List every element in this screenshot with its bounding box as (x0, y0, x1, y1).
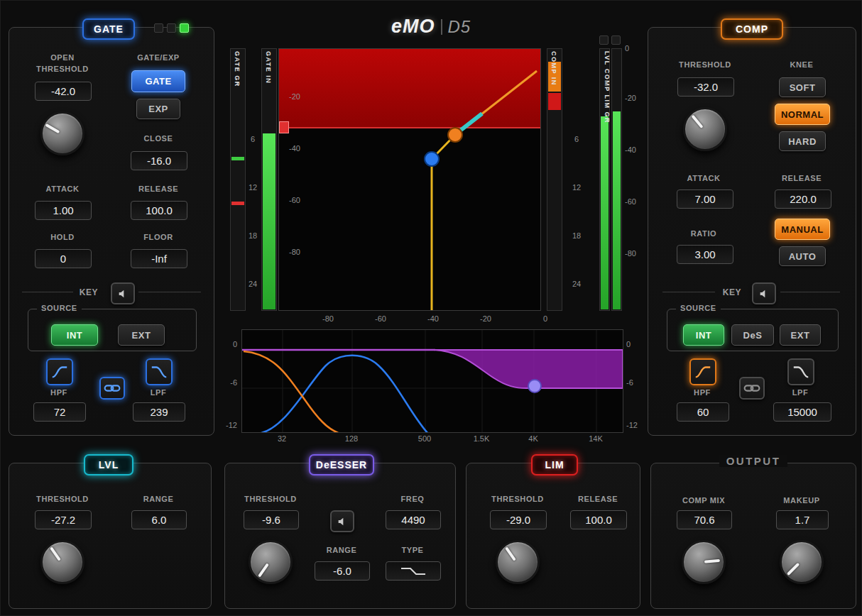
gate-threshold-knob[interactable] (40, 111, 84, 155)
gate-attack-value[interactable]: 1.00 (35, 201, 92, 220)
gate-threshold-node[interactable] (425, 152, 439, 166)
divider (22, 292, 73, 292)
comp-hpf-value[interactable]: 60 (677, 402, 729, 422)
deesser-threshold-knob[interactable] (249, 540, 293, 584)
output-meter-right-fill (613, 111, 621, 309)
deesser-threshold-label: THRESHOLD (228, 495, 313, 503)
deesser-freq-value[interactable]: 4490 (386, 510, 441, 529)
comp-source-ext-button[interactable]: EXT (780, 324, 821, 346)
comp-key-listen-button[interactable] (752, 282, 776, 304)
comp-release-value[interactable]: 220.0 (775, 189, 831, 209)
comp-mix-knob[interactable] (682, 540, 726, 584)
comp-key-label: KEY (718, 287, 746, 297)
speaker-icon (337, 516, 348, 527)
comp-hpf-button[interactable] (689, 358, 716, 385)
graph-x-tick: -20 (473, 314, 498, 323)
hpf-icon (50, 363, 69, 381)
comp-threshold-value[interactable]: -32.0 (677, 77, 734, 97)
gate-hold-label: HOLD (20, 233, 105, 241)
lim-threshold-knob[interactable] (496, 540, 540, 584)
gate-attack-label: ATTACK (20, 185, 105, 193)
deesser-threshold-value[interactable]: -9.6 (244, 510, 299, 529)
lim-section-badge[interactable]: LIM (531, 454, 578, 475)
eq-x-tick: 500 (410, 434, 439, 443)
gr-scale-tick: 18 (246, 231, 260, 240)
lvl-threshold-knob[interactable] (40, 540, 84, 584)
gate-lpf-button[interactable] (146, 358, 173, 385)
comp-lpf-button[interactable] (787, 358, 814, 385)
gr-scale-tick: 12 (246, 183, 260, 192)
makeup-value[interactable]: 1.7 (776, 510, 829, 529)
gate-hold-value[interactable]: 0 (35, 249, 92, 268)
comp-source-int-button[interactable]: INT (683, 324, 724, 346)
eq-y-tick: -6 (626, 378, 649, 387)
gate-hpf-button[interactable] (46, 358, 73, 385)
comp-source-label: SOURCE (676, 304, 721, 312)
eq-y-tick: -12 (214, 421, 237, 429)
deesser-section-badge[interactable]: DeESSER (309, 454, 374, 475)
gate-source-ext-button[interactable]: EXT (118, 324, 165, 346)
deesser-freq-node[interactable] (528, 380, 541, 392)
gate-hpf-value[interactable]: 72 (33, 402, 86, 422)
output-title-text: OUTPUT (719, 455, 788, 467)
comp-knee-soft-button[interactable]: SOFT (779, 77, 826, 97)
divider (138, 292, 201, 292)
deesser-type-label: TYPE (370, 546, 455, 554)
lvl-range-value[interactable]: 6.0 (131, 510, 187, 529)
lim-release-value[interactable]: 100.0 (570, 510, 627, 529)
gate-open-marker (231, 157, 244, 160)
gate-mode-exp-button[interactable]: EXP (136, 99, 180, 119)
gate-release-value[interactable]: 100.0 (131, 201, 187, 220)
comp-source-des-button[interactable]: DeS (731, 324, 774, 346)
gate-mode-gate-button[interactable]: GATE (131, 70, 185, 92)
comp-attack-value[interactable]: 7.00 (677, 189, 733, 209)
lvl-threshold-value[interactable]: -27.2 (35, 510, 92, 529)
comp-panel: COMP THRESHOLD -32.0 KNEE SOFT NORMAL HA… (648, 27, 856, 436)
dynamics-transfer-graph[interactable]: -20 -40 -60 -80 (278, 48, 541, 311)
link-icon (743, 382, 761, 395)
db-scale-tick: -20 (625, 94, 649, 102)
emo-d5-plugin-window: eMOD5 GATE OPEN THRESHOLD -42.0 GATE/EXP… (0, 0, 862, 616)
gate-source-group: SOURCE INT EXT (28, 309, 197, 351)
gr-scale-tick: 6 (568, 135, 585, 143)
lvl-section-badge[interactable]: LVL (84, 454, 133, 475)
gate-section-badge[interactable]: GATE (82, 18, 135, 40)
gate-filter-link-button[interactable] (99, 377, 125, 400)
gate-source-int-button[interactable]: INT (51, 324, 98, 346)
comp-section-badge[interactable]: COMP (721, 18, 783, 40)
comp-release-auto-button[interactable]: AUTO (779, 246, 826, 266)
gate-close-value[interactable]: -16.0 (131, 151, 187, 170)
gate-floor-value[interactable]: -Inf (131, 249, 187, 268)
gate-floor-label: FLOOR (116, 233, 201, 241)
divider (662, 292, 715, 292)
comp-knee-normal-button[interactable]: NORMAL (775, 104, 830, 125)
gate-mode-label: GATE/EXP (116, 53, 201, 62)
gate-hpf-label: HPF (31, 388, 87, 397)
comp-filter-link-button[interactable] (739, 377, 765, 400)
gr-scale-tick: 24 (246, 280, 260, 288)
makeup-knob[interactable] (780, 540, 824, 584)
speaker-icon (117, 288, 129, 299)
filter-frequency-graph[interactable] (241, 329, 623, 433)
deesser-listen-button[interactable] (330, 510, 354, 532)
deesser-panel: DeESSER THRESHOLD -9.6 FREQ 4490 RANGE -… (224, 463, 456, 609)
comp-knee-hard-button[interactable]: HARD (779, 131, 826, 151)
gate-open-threshold-label-1: OPEN (20, 53, 105, 62)
gate-lpf-value[interactable]: 239 (133, 402, 185, 422)
comp-release-manual-button[interactable]: MANUAL (775, 219, 830, 240)
comp-lpf-value[interactable]: 15000 (773, 402, 831, 422)
gate-open-threshold-value[interactable]: -42.0 (35, 82, 92, 101)
deesser-type-selector[interactable] (386, 561, 441, 581)
gate-key-listen-button[interactable] (111, 282, 135, 304)
comp-threshold-knob[interactable] (683, 107, 727, 151)
db-scale-tick: -60 (625, 197, 649, 206)
gate-source-label: SOURCE (37, 304, 82, 312)
eq-y-tick: -6 (214, 378, 237, 387)
deesser-range-value[interactable]: -6.0 (315, 561, 370, 581)
comp-mix-value[interactable]: 70.6 (677, 510, 732, 529)
comp-threshold-node[interactable] (448, 128, 462, 142)
lim-threshold-value[interactable]: -29.0 (490, 510, 547, 529)
comp-ratio-value[interactable]: 3.00 (677, 245, 733, 264)
divider (780, 292, 840, 292)
gr-scale-tick: 24 (568, 280, 585, 288)
